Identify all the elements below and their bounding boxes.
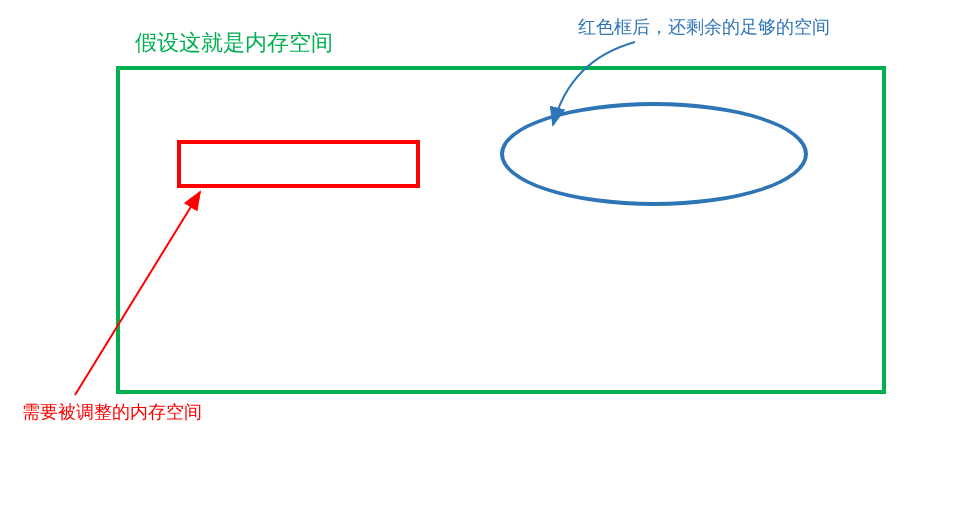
diagram-title: 假设这就是内存空间 [135, 28, 333, 58]
adjusted-memory-box [177, 140, 420, 188]
red-annotation-label: 需要被调整的内存空间 [22, 400, 202, 424]
remaining-space-ellipse [500, 102, 808, 206]
memory-space-box [116, 66, 886, 394]
blue-annotation-label: 红色框后，还剩余的足够的空间 [578, 15, 830, 39]
